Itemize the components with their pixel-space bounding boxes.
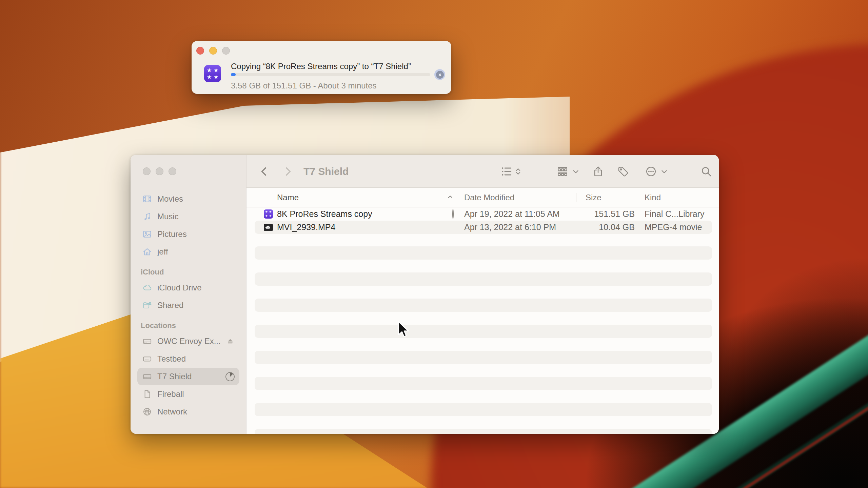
empty-row-stripe [255,403,712,416]
sidebar-item-t7-shield[interactable]: T7 Shield [137,368,239,385]
stop-copy-button[interactable] [434,69,445,80]
finder-toolbar[interactable]: T7 Shield [246,155,719,188]
movie-file-icon [264,223,273,232]
sidebar-item-label: T7 Shield [157,372,192,381]
cloud-icon [142,283,152,293]
finder-sidebar: MoviesMusicPicturesjeffiCloudiCloud Driv… [131,155,246,434]
sidebar-item-label: Shared [157,301,183,310]
file-name: MVI_2939.MP4 [277,222,335,232]
home-icon [142,247,152,257]
sidebar-item-label: Testbed [157,354,186,364]
sidebar-item-music[interactable]: Music [137,208,239,225]
sidebar-item-label: Music [157,212,179,221]
mouse-cursor-icon [397,321,410,339]
zoom-button[interactable] [169,167,176,175]
drive-icon [142,336,152,346]
film-icon [142,194,152,204]
more-button[interactable] [644,155,658,188]
purple-stars-app-icon: ★★★★ [204,65,221,82]
doc-icon [142,389,152,399]
share-button[interactable] [591,155,606,188]
globe-icon [142,407,152,417]
file-size: 10.04 GB [576,222,640,232]
file-date-modified: Apr 19, 2022 at 11:05 AM [459,209,576,219]
sidebar-item-testbed[interactable]: Testbed [137,350,239,368]
eject-icon[interactable] [226,337,235,346]
sidebar-item-jeff[interactable]: jeff [137,243,239,261]
file-row-8k-prores-streams-copy[interactable]: ★★★★8K ProRes Streams copyApr 19, 2022 a… [246,207,719,221]
empty-row-stripe [255,325,712,338]
sidebar-item-owc-envoy-ex[interactable]: OWC Envoy Ex... [137,332,239,350]
file-size: 151.51 GB [576,209,640,219]
column-header-name[interactable]: Name [246,188,459,207]
forward-button[interactable] [280,155,295,188]
copy-progress-window: ★★★★ Copying “8K ProRes Streams copy” to… [192,41,451,94]
group-button[interactable] [555,155,570,188]
column-label: Kind [645,193,661,202]
sort-ascending-chevron-icon [447,193,454,202]
sidebar-item-label: iCloud Drive [157,283,202,292]
finder-main-pane: T7 Shield NameDate ModifiedSizeKind ★★★★… [246,155,719,434]
stop-circle-icon [436,71,444,79]
copy-dialog-title: Copying “8K ProRes Streams copy” to “T7 … [231,62,411,71]
list-view-icon[interactable] [499,155,514,188]
minimize-button[interactable] [156,167,163,175]
file-kind: Final C...Library [640,209,719,219]
file-name: 8K ProRes Streams copy [277,209,372,219]
sidebar-item-label: Fireball [157,389,184,399]
column-label: Date Modified [464,193,514,202]
file-kind: MPEG-4 movie [640,222,719,232]
sidebar-section-locations: Locations [141,319,246,332]
photo-icon [142,229,152,239]
column-label: Name [277,193,299,202]
more-chevron-down-icon[interactable] [659,155,669,188]
group-chevron-down-icon[interactable] [571,155,581,188]
sidebar-item-fireball[interactable]: Fireball [137,385,239,403]
sidebar-item-label: jeff [157,247,168,257]
tag-button[interactable] [615,155,630,188]
copy-progress-pie-icon [452,209,454,219]
search-button[interactable] [699,155,714,188]
close-button[interactable] [196,47,204,55]
sidebar-item-network[interactable]: Network [137,403,239,421]
column-label: Size [586,193,601,202]
sidebar-item-label: Network [157,407,187,416]
column-header-date-modified[interactable]: Date Modified [459,188,576,207]
view-sort-chevrons-icon[interactable] [513,155,523,188]
sidebar-item-icloud-drive[interactable]: iCloud Drive [137,279,239,297]
column-header-size[interactable]: Size [576,188,640,207]
progress-pie [225,372,235,381]
drive-icon [142,371,152,382]
sidebar-item-label: Movies [157,194,183,204]
file-list: ★★★★8K ProRes Streams copyApr 19, 2022 a… [246,207,719,434]
empty-row-stripe [255,272,712,286]
column-header-kind[interactable]: Kind [640,188,719,207]
purple-stars-app-icon: ★★★★ [264,209,273,219]
sidebar-item-label: OWC Envoy Ex... [157,337,221,346]
close-button[interactable] [143,167,151,175]
back-button[interactable] [257,155,272,188]
window-controls [196,47,230,55]
copy-progress-bar [231,73,430,76]
sidebar-item-shared[interactable]: Shared [137,297,239,314]
empty-row-stripe [255,377,712,390]
file-date-modified: Apr 13, 2022 at 6:10 PM [459,222,576,232]
sidebar-item-pictures[interactable]: Pictures [137,225,239,243]
empty-row-stripe [255,351,712,364]
drive-dots-icon [142,354,152,364]
sidebar-item-label: Pictures [157,229,187,239]
sidebar-item-movies[interactable]: Movies [137,190,239,208]
zoom-button [222,47,230,55]
finder-window: MoviesMusicPicturesjeffiCloudiCloud Driv… [131,155,719,434]
empty-row-stripe [255,429,712,434]
folder-shared-icon [142,300,152,310]
copy-status-text: 3.58 GB of 151.51 GB - About 3 minutes [231,81,377,90]
empty-row-stripe [255,299,712,312]
copy-progress-fill [231,73,236,76]
file-row-mvi-2939-mp4[interactable]: MVI_2939.MP4Apr 13, 2022 at 6:10 PM10.04… [246,221,719,234]
minimize-button[interactable] [209,47,217,55]
list-column-header: NameDate ModifiedSizeKind [246,188,719,207]
sidebar-items: MoviesMusicPicturesjeffiCloudiCloud Driv… [131,190,246,421]
empty-row-stripe [255,246,712,260]
window-title: T7 Shield [303,155,349,188]
